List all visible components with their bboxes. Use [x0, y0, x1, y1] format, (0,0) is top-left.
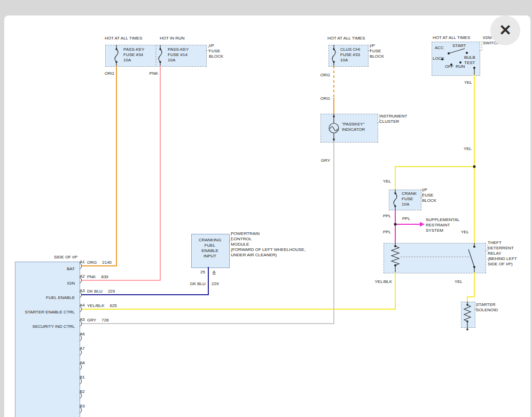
- gry-wire-label: GRY: [316, 158, 330, 163]
- theft-deterrent-relay-box: [384, 243, 486, 273]
- circuit-number: 229: [108, 289, 115, 294]
- ppl-wire-label-2: PPL: [402, 216, 410, 222]
- pin-label-a6: A6: [80, 332, 85, 337]
- side-of-ip-label: SIDE OF I/P: [32, 255, 77, 260]
- wire-color: YEL/BLK: [87, 303, 104, 309]
- passkey-fuse-34-label: PASS-KEY FUSE #34 10A: [123, 47, 144, 63]
- pin-label-a3: A3: [80, 288, 85, 294]
- yel-wire-label-5: YEL: [449, 279, 463, 285]
- pin-wire-label-a3: DK BLU229: [87, 289, 115, 294]
- off-position-label: OFF: [445, 64, 453, 69]
- pin-label-a8: A8: [80, 360, 85, 366]
- pin-label-a1: A1: [80, 259, 85, 265]
- wire-color: GRY: [87, 318, 96, 323]
- pin-wire-label-a1: ORG2140: [87, 260, 112, 265]
- yel-wire-label-2: YEL: [458, 146, 472, 152]
- starter-solenoid-label: STARTER SOLENOID: [476, 302, 498, 313]
- pcm-label: POWERTRAIN CONTROL MODULE (FORWARD OF LE…: [231, 231, 306, 258]
- pin-wire-label-a4: YEL/BLK625: [87, 303, 117, 309]
- yel-wire-label-4: YEL: [455, 230, 469, 235]
- pin-function-label-a1: BAT: [19, 266, 75, 272]
- start-position-label: START: [452, 43, 466, 49]
- yelblk-wire-label: YEL/BLK: [369, 279, 392, 285]
- wire-color: DK BLU: [87, 289, 103, 294]
- pin-function-label-a4: STARTER ENABLE CTRL: [19, 310, 75, 315]
- instrument-cluster-label: INSTRUMENT CLUSTER: [379, 114, 407, 124]
- hot-at-all-times-label-3: HOT AT ALL TIMES: [433, 35, 470, 41]
- yel-wire-label-3: YEL: [377, 179, 391, 184]
- pin-wire-label-a5: GRY728: [87, 318, 109, 323]
- dkblu-wire-label: DK BLU: [190, 281, 206, 287]
- hot-in-run-label: HOT IN RUN: [160, 36, 185, 41]
- run-position-label: RUN: [456, 64, 465, 69]
- wire-color: ORG: [87, 260, 97, 265]
- lock-position-label: LOCK: [433, 56, 444, 61]
- ip-fuse-block-left: [105, 45, 207, 67]
- circuit-number: 2140: [102, 260, 112, 265]
- pin-label-a4: A4: [80, 303, 85, 308]
- srs-label: SUPPLEMENTAL RESTRAINT SYSTEM: [426, 217, 459, 233]
- org-wire-label-1: ORG: [100, 71, 114, 76]
- pcm-pin-letter: A: [213, 270, 215, 275]
- pnk-wire-label: PNK: [144, 71, 158, 76]
- bulb-test-label: BULB TEST: [464, 55, 475, 66]
- passkey-fuse-14-label: PASS-KEY FUSE #14 10A: [168, 47, 189, 63]
- pin-wire-label-a2: PNK839: [87, 274, 108, 280]
- pin-label-b1: B1: [80, 375, 85, 380]
- clus-chi-fuse-label: CLUS CHI FUSE #33 10A: [340, 47, 360, 63]
- pin-label-a5: A5: [80, 317, 85, 322]
- ip-fuse-block-label-3: I/P FUSE BLOCK: [422, 187, 436, 203]
- org-wire-label-3: ORG: [316, 96, 330, 101]
- circuit-number: 839: [101, 274, 108, 280]
- pin-function-label-a3: FUEL ENABLE: [19, 295, 75, 301]
- circuit-number: 625: [109, 303, 116, 309]
- pcm-box-label: CRANKING FUEL ENABLE INPUT: [192, 238, 228, 259]
- ip-fuse-block-label-1: I/P FUSE BLOCK: [209, 43, 223, 59]
- close-button[interactable]: ✕: [490, 15, 520, 45]
- pin-label-b3: B3: [80, 404, 85, 409]
- ppl-wire-label-3: PPL: [377, 230, 391, 235]
- hot-at-all-times-label-1: HOT AT ALL TIMES: [105, 36, 142, 41]
- ppl-wire-label-1: PPL: [377, 214, 391, 219]
- dkblu-circuit-label: 229: [212, 281, 218, 287]
- pin-label-a7: A7: [80, 346, 85, 351]
- pin-label-a2: A2: [80, 274, 85, 279]
- yel-wire-label-1: YEL: [458, 80, 472, 85]
- passkey-indicator-label: "PASSKEY" INDICATOR: [342, 122, 365, 132]
- acc-position-label: ACC: [435, 45, 444, 51]
- hot-at-all-times-label-2: HOT AT ALL TIMES: [327, 36, 365, 41]
- close-icon: ✕: [499, 23, 511, 38]
- pin-function-label-a2: IGN: [19, 281, 75, 286]
- crank-fuse-label: CRANK FUSE 10A: [402, 191, 417, 207]
- ip-fuse-block-label-2: I/P FUSE BLOCK: [370, 43, 384, 59]
- theft-deterrent-relay-label: THEFT DETERRENT RELAY (BEHIND LEFT SIDE …: [488, 240, 517, 267]
- wire-color: PNK: [87, 274, 96, 280]
- pin-label-b2: B2: [80, 389, 85, 395]
- pin-function-label-a5: SECURITY IND CTRL: [19, 324, 75, 329]
- pcm-pin-number: 25: [195, 270, 205, 275]
- viewer-background: HOT AT ALL TIMES HOT IN RUN PASS-KEY FUS…: [0, 0, 532, 417]
- org-wire-label-2: ORG: [316, 73, 330, 78]
- circuit-number: 728: [101, 318, 108, 323]
- starter-solenoid-box: [461, 302, 475, 328]
